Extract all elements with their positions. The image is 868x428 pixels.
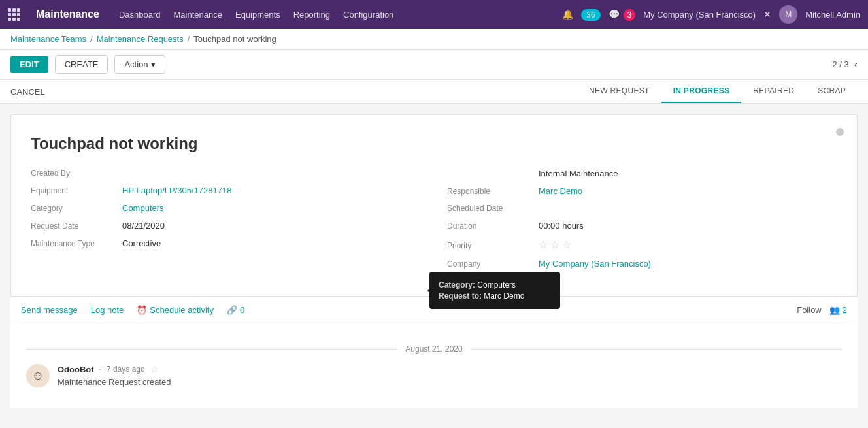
- menu-configuration[interactable]: Configuration: [343, 10, 393, 20]
- company-selector[interactable]: My Company (San Francisco): [643, 10, 756, 20]
- links-count: 0: [240, 305, 244, 315]
- request-date-row: Request Date 08/21/2020: [31, 221, 421, 231]
- message-header: OdooBot · 7 days ago ☆: [58, 364, 842, 374]
- request-date-value: 08/21/2020: [122, 221, 165, 231]
- schedule-activity-button[interactable]: ⏰ Schedule activity: [137, 305, 214, 315]
- menu-reporting[interactable]: Reporting: [293, 10, 330, 20]
- app-brand: Maintenance: [36, 8, 99, 20]
- message-avatar: ☺: [26, 364, 50, 387]
- message-star-icon[interactable]: ☆: [150, 364, 159, 374]
- link-icon: 🔗: [227, 305, 237, 315]
- priority-row: Priority ☆ ☆ ☆: [447, 239, 837, 251]
- action-button[interactable]: Action ▾: [114, 55, 165, 74]
- company-row: Company My Company (San Francisco): [447, 259, 837, 269]
- followers-count: 2: [843, 305, 847, 315]
- apps-icon[interactable]: [8, 8, 20, 21]
- create-button[interactable]: CREATE: [55, 55, 108, 74]
- topnav-right: 🔔 36 💬 3 My Company (San Francisco) ✕ M …: [562, 5, 860, 24]
- log-note-button[interactable]: Log note: [91, 305, 124, 315]
- pagination: 2 / 3 ‹: [832, 59, 858, 71]
- menu-maintenance[interactable]: Maintenance: [174, 10, 222, 20]
- equipment-label: Equipment: [31, 186, 122, 195]
- menu-dashboard[interactable]: Dashboard: [119, 10, 161, 20]
- edit-button[interactable]: EDIT: [10, 56, 48, 73]
- status-tabs-bar: CANCEL NEW REQUEST IN PROGRESS REPAIRED …: [0, 80, 868, 104]
- tooltip-request-value: Marc Demo: [484, 291, 524, 301]
- responsible-value[interactable]: Marc Demo: [539, 186, 582, 196]
- request-date-label: Request Date: [31, 222, 122, 231]
- form-col-left: Created By Equipment HP Laptop/LP/305/17…: [31, 169, 421, 276]
- followers[interactable]: 👥 2: [829, 305, 847, 315]
- action-chevron-icon: ▾: [151, 59, 156, 69]
- chatter-right: Follow 👥 2: [797, 305, 847, 315]
- category-value[interactable]: Computers: [122, 203, 164, 213]
- star-2[interactable]: ☆: [550, 239, 559, 251]
- created-by-label: Created By: [31, 169, 122, 178]
- category-row: Category Computers: [31, 203, 421, 213]
- maintenance-kind-value: Internal Maintenance: [539, 169, 618, 178]
- pagination-text: 2 / 3: [832, 59, 848, 69]
- notification-badge: 36: [581, 9, 600, 21]
- follow-button[interactable]: Follow: [797, 305, 822, 315]
- settings-icon[interactable]: ✕: [763, 9, 771, 20]
- action-label: Action: [124, 59, 148, 69]
- maintenance-kind-row: Internal Maintenance: [447, 169, 837, 178]
- company-value[interactable]: My Company (San Francisco): [539, 259, 651, 269]
- bell-icon[interactable]: 🔔: [562, 9, 573, 20]
- tooltip-popup: Category: Computers Request to: Marc Dem…: [429, 272, 560, 309]
- schedule-icon: ⏰: [137, 305, 147, 315]
- schedule-label: Schedule activity: [150, 305, 214, 315]
- timeline-date-text: August 21, 2020: [397, 344, 470, 354]
- breadcrumb: Maintenance Teams / Maintenance Requests…: [0, 29, 868, 50]
- created-by-row: Created By: [31, 169, 421, 178]
- avatar[interactable]: M: [779, 5, 797, 24]
- scheduled-date-label: Scheduled Date: [447, 204, 539, 213]
- equipment-value[interactable]: HP Laptop/LP/305/17281718: [122, 186, 231, 195]
- message-badge: 3: [624, 9, 636, 21]
- tab-new-request[interactable]: NEW REQUEST: [577, 80, 661, 103]
- timeline: August 21, 2020 ☺ OdooBot · 7 days ago ☆…: [10, 323, 858, 408]
- priority-stars[interactable]: ☆ ☆ ☆: [539, 239, 571, 251]
- breadcrumb-maintenance-requests[interactable]: Maintenance Requests: [97, 34, 184, 44]
- duration-label: Duration: [447, 222, 539, 231]
- tooltip-category-label: Category:: [439, 280, 475, 289]
- links-button[interactable]: 🔗 0: [227, 305, 244, 315]
- tab-in-progress[interactable]: IN PROGRESS: [661, 80, 742, 103]
- username: Mitchell Admin: [805, 10, 860, 20]
- form-col-right: Internal Maintenance Responsible Marc De…: [447, 169, 837, 276]
- main-content: Touchpad not working Category: Computers…: [0, 104, 868, 419]
- message-item: ☺ OdooBot · 7 days ago ☆ Maintenance Req…: [26, 364, 842, 387]
- form-columns: Created By Equipment HP Laptop/LP/305/17…: [31, 169, 837, 276]
- topnav: Maintenance Dashboard Maintenance Equipm…: [0, 0, 868, 29]
- breadcrumb-current: Touchpad not working: [193, 34, 276, 44]
- duration-value: 00:00 hours: [539, 221, 584, 231]
- tab-repaired[interactable]: REPAIRED: [741, 80, 806, 103]
- message-icon[interactable]: 💬 3: [609, 9, 636, 20]
- message-author: OdooBot: [58, 365, 94, 374]
- action-bar: EDIT CREATE Action ▾ 2 / 3 ‹: [0, 50, 868, 80]
- maintenance-type-value: Corrective: [122, 239, 161, 248]
- tab-scrap[interactable]: SCRAP: [806, 80, 858, 103]
- menu-equipments[interactable]: Equipments: [235, 10, 280, 20]
- equipment-row: Equipment HP Laptop/LP/305/17281718: [31, 186, 421, 195]
- star-1[interactable]: ☆: [539, 239, 548, 251]
- send-message-button[interactable]: Send message: [21, 305, 78, 315]
- prev-record-button[interactable]: ‹: [854, 59, 858, 71]
- maintenance-type-label: Maintenance Type: [31, 239, 122, 248]
- cancel-button[interactable]: CANCEL: [10, 80, 45, 103]
- company-label: Company: [447, 259, 539, 269]
- message-time: ·: [99, 365, 101, 374]
- activity-icon[interactable]: 36: [581, 9, 600, 20]
- message-body: Maintenance Request created: [58, 377, 842, 387]
- breadcrumb-maintenance-teams[interactable]: Maintenance Teams: [10, 34, 86, 44]
- breadcrumb-sep-1: /: [90, 34, 93, 44]
- duration-row: Duration 00:00 hours: [447, 221, 837, 231]
- tooltip-request-label: Request to:: [439, 291, 482, 301]
- maintenance-type-row: Maintenance Type Corrective: [31, 239, 421, 248]
- record-card: Touchpad not working Category: Computers…: [10, 114, 858, 297]
- priority-label: Priority: [447, 241, 539, 250]
- message-time-ago: 7 days ago: [107, 365, 145, 374]
- responsible-row: Responsible Marc Demo: [447, 186, 837, 196]
- star-3[interactable]: ☆: [562, 239, 571, 251]
- breadcrumb-sep-2: /: [188, 34, 190, 44]
